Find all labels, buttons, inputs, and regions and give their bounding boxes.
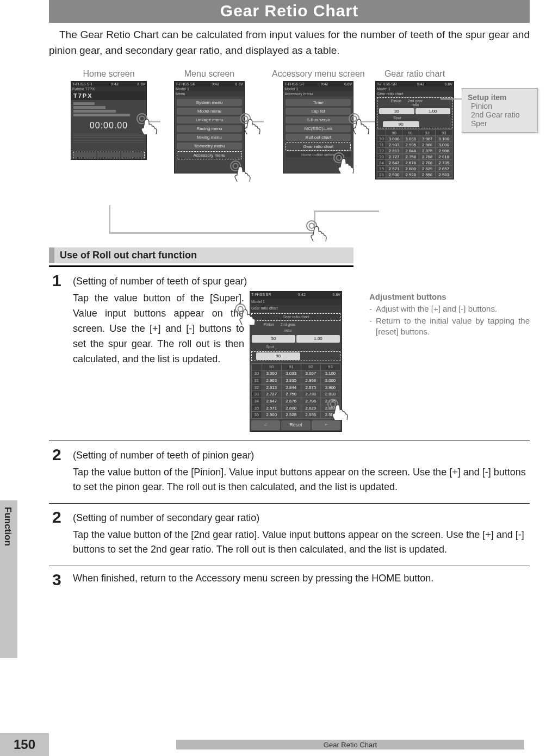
intro-text: The Gear Retio Chart can be calculated f… bbox=[49, 23, 530, 69]
tap-hand-icon bbox=[135, 111, 158, 137]
acc-item[interactable]: Timer bbox=[286, 99, 351, 106]
menu-item[interactable]: Model menu bbox=[177, 108, 242, 115]
acc-item[interactable]: MC(ESC)-Link bbox=[286, 125, 351, 132]
diagram-label-chart: Gear ratio chart bbox=[375, 69, 454, 79]
menu-item[interactable]: Telemetry menu bbox=[177, 142, 242, 150]
acc-item[interactable]: Lap list bbox=[286, 108, 351, 115]
menu-item[interactable]: Mixing menu bbox=[177, 134, 242, 141]
step-body-text: Tap the value button of the [Pinion]. Va… bbox=[73, 465, 530, 494]
menu-item[interactable]: Linkage menu bbox=[177, 116, 242, 123]
section-header: Use of Roll out chart function bbox=[49, 247, 353, 263]
acc-item-gear-ratio[interactable]: Gear ratio chart bbox=[286, 142, 351, 151]
chart-screen-mock: T-FHSS SR9:426.6V Model 1 Gear ratio cha… bbox=[375, 81, 454, 179]
tap-hand-icon bbox=[238, 111, 261, 137]
page-title: Gear Retio Chart bbox=[49, 0, 530, 23]
tap-hand-icon bbox=[305, 219, 327, 244]
diagram-label-accessory: Accessory menu screen bbox=[272, 69, 365, 79]
menu-item-accessory[interactable]: Accessory menu bbox=[177, 151, 242, 159]
navigation-diagram: Home screen T-FHSS SR9:426.6V Futaba T7P… bbox=[49, 69, 530, 238]
connector-line bbox=[109, 232, 315, 234]
step-4: 3 When finished, return to the Accessory… bbox=[49, 566, 530, 598]
step-body-text: Tap the value button of the [2nd gear ra… bbox=[73, 528, 530, 557]
step-3: 2 (Setting of number of secondary gear r… bbox=[49, 504, 530, 566]
page-number: 150 bbox=[0, 733, 49, 756]
tap-hand-icon bbox=[332, 151, 355, 176]
step-2: 2 (Setting of number of teeth of pinion … bbox=[49, 441, 530, 503]
step-body-text: Tap the value button of the [Super]. Val… bbox=[73, 291, 250, 367]
step-1: 1 (Setting of number of teeth of spur ge… bbox=[49, 267, 530, 441]
diagram-label-menu: Menu screen bbox=[174, 69, 245, 79]
step-number: 3 bbox=[49, 571, 73, 589]
spur-value[interactable]: 90 bbox=[383, 121, 419, 127]
tap-hand-icon bbox=[347, 111, 370, 137]
spur-value[interactable]: 90 bbox=[256, 352, 300, 360]
menu-item[interactable]: Racing menu bbox=[177, 125, 242, 132]
step-number: 2 bbox=[49, 508, 73, 557]
footer-title: Gear Retio Chart bbox=[176, 740, 524, 749]
connector-line bbox=[109, 205, 110, 232]
ratio-table: 90919293303.0003.0333.0673.100312.9032.9… bbox=[376, 128, 454, 179]
step-number: 1 bbox=[49, 271, 73, 432]
side-tab-label: Function bbox=[2, 507, 13, 546]
second-gear-value[interactable]: 1.00 bbox=[296, 335, 340, 343]
pinion-value[interactable]: 30 bbox=[252, 335, 295, 343]
tap-hand-icon bbox=[326, 397, 349, 424]
connector-line bbox=[314, 210, 379, 212]
second-gear-value[interactable]: 1.00 bbox=[415, 108, 451, 114]
diagram-label-home: Home screen bbox=[71, 69, 147, 79]
step-title: (Setting of number of secondary gear rat… bbox=[73, 508, 530, 528]
pinion-value[interactable]: 30 bbox=[379, 108, 414, 114]
tap-hand-icon bbox=[228, 159, 251, 184]
side-tab-function: Function bbox=[0, 500, 17, 658]
step-title: When finished, return to the Accessory m… bbox=[73, 571, 530, 586]
acc-item[interactable]: S.Bus servo bbox=[286, 116, 351, 123]
step-number: 2 bbox=[49, 445, 73, 494]
menu-item[interactable]: System menu bbox=[177, 99, 242, 106]
page-footer: 150 Gear Retio Chart bbox=[0, 733, 546, 756]
reset-button[interactable]: Reset bbox=[281, 420, 310, 430]
step-title: (Setting of number of teeth of spur gear… bbox=[73, 271, 530, 291]
tap-hand-icon bbox=[233, 302, 256, 329]
step1-screen: T-FHSS SR9:426.6V Model 1 Gear ratio cha… bbox=[250, 291, 348, 432]
minus-button[interactable]: – bbox=[251, 420, 280, 430]
acc-item[interactable]: Roll out chart bbox=[286, 134, 351, 141]
adjustment-note: Adjustment buttons Adjust with the [+] a… bbox=[348, 291, 530, 338]
step-title: (Setting of number of teeth of pinion ge… bbox=[73, 445, 530, 465]
setup-item-callout: Setup item Pinion 2nd Gear ratio Sper bbox=[462, 88, 538, 133]
